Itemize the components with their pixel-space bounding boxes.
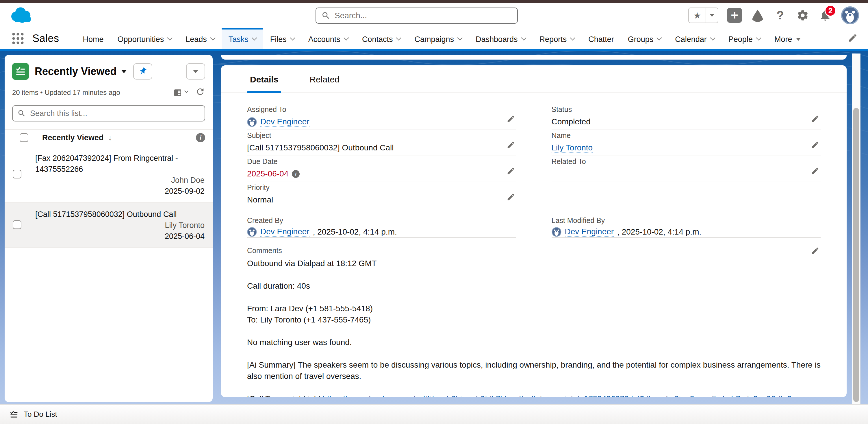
tab-related[interactable]: Related [307, 75, 342, 92]
edit-pencil-icon[interactable] [506, 193, 515, 202]
nav-tab-chatter[interactable]: Chatter [581, 28, 621, 49]
name-link[interactable]: Lily Toronto [552, 143, 593, 153]
nav-tab-dashboards[interactable]: Dashboards [469, 28, 532, 49]
app-nav-bar: Sales Home Opportunities Leads Tasks Fil… [0, 28, 868, 49]
app-launcher-icon[interactable] [11, 31, 25, 46]
row-related-name: Lily Toronto [160, 220, 205, 231]
row-checkbox[interactable] [13, 220, 21, 229]
setup-gear-icon[interactable] [796, 8, 810, 22]
chevron-down-icon[interactable] [396, 35, 401, 40]
nav-items: Home Opportunities Leads Tasks Files Acc… [76, 28, 808, 49]
caret-down-icon [796, 38, 801, 41]
pin-list-button[interactable] [133, 63, 152, 80]
notifications-bell-icon[interactable]: 2 [818, 8, 832, 22]
nav-tab-more[interactable]: More [768, 28, 808, 49]
modified-datetime: , 2025-10-02, 4:14 p.m. [617, 227, 701, 236]
edit-pencil-icon[interactable] [506, 115, 515, 124]
nav-tab-calendar[interactable]: Calendar [668, 28, 721, 49]
field-label: Name [552, 130, 821, 140]
comment-line: Outbound via Dialpad at 18:12 GMT [247, 258, 820, 269]
row-subject: [Call 5171537958060032] Outbound Call [35, 209, 177, 220]
chevron-down-icon[interactable] [290, 35, 295, 40]
list-item[interactable]: [Call 5171537958060032] Outbound Call Li… [5, 202, 213, 248]
nav-tab-groups[interactable]: Groups [621, 28, 668, 49]
field-due-date: Due Date 2025-06-04 i [247, 156, 516, 182]
global-search-input[interactable] [335, 11, 512, 20]
avatar [247, 227, 257, 237]
todo-list-button[interactable]: To Do List [0, 405, 66, 424]
row-checkbox[interactable] [13, 170, 21, 178]
edit-pencil-icon[interactable] [811, 247, 819, 256]
favorites-star-icon[interactable]: ★ [689, 8, 706, 23]
chevron-down-icon[interactable] [570, 35, 575, 40]
comment-line [247, 348, 820, 359]
todo-list-icon [9, 410, 19, 419]
record-detail-card: Details Related Assigned To Dev Engineer… [221, 65, 847, 397]
edit-pencil-icon[interactable] [506, 141, 515, 150]
nav-tab-opportunities[interactable]: Opportunities [111, 28, 179, 49]
edit-pencil-icon[interactable] [811, 167, 819, 176]
list-view-selector[interactable]: Recently Viewed [35, 65, 127, 78]
list-meta-text: 20 items • Updated 17 minutes ago [12, 88, 120, 96]
field-label: Assigned To [247, 104, 516, 114]
last-modified-by-link[interactable]: Dev Engineer [565, 227, 614, 237]
edit-nav-pencil-icon[interactable] [848, 33, 858, 44]
chevron-down-icon[interactable] [710, 35, 715, 40]
field-label: Status [552, 104, 821, 114]
overdue-info-icon[interactable]: i [292, 170, 300, 178]
help-icon[interactable]: ? [773, 8, 787, 22]
chevron-down-icon[interactable] [657, 35, 662, 40]
nav-tab-tasks[interactable]: Tasks [222, 28, 263, 49]
utility-bar: To Do List [0, 404, 868, 424]
chevron-down-icon[interactable] [756, 35, 761, 40]
display-table-icon [173, 88, 183, 97]
created-by-link[interactable]: Dev Engineer [260, 227, 309, 237]
nav-tab-leads[interactable]: Leads [179, 28, 222, 49]
edit-pencil-icon[interactable] [506, 167, 515, 176]
scrollbar-thumb[interactable] [853, 108, 859, 402]
call-transcript-link[interactable]: https://www.dropbox.com/scl/fi/eexb6hjcz… [322, 394, 792, 397]
refresh-button[interactable] [195, 87, 205, 98]
chevron-down-icon[interactable] [521, 35, 526, 40]
list-view-title: Recently Viewed [35, 65, 117, 78]
nav-tab-contacts[interactable]: Contacts [355, 28, 408, 49]
app-name: Sales [32, 32, 59, 45]
chevron-down-icon[interactable] [252, 35, 257, 40]
comment-line: No matching user was found. [247, 337, 820, 348]
chevron-down-icon[interactable] [210, 35, 215, 40]
list-actions-dropdown-button[interactable] [186, 63, 205, 80]
edit-pencil-icon[interactable] [811, 115, 819, 124]
nav-tab-accounts[interactable]: Accounts [301, 28, 355, 49]
field-label: Related To [552, 156, 821, 166]
nav-tab-reports[interactable]: Reports [532, 28, 582, 49]
favorites-button-group: ★ [688, 7, 718, 23]
select-all-checkbox[interactable] [20, 133, 28, 142]
field-label: Created By [247, 215, 516, 225]
list-search-input[interactable] [30, 109, 200, 118]
user-avatar[interactable] [841, 6, 859, 25]
favorites-caret-icon[interactable] [706, 8, 718, 23]
edit-pencil-icon[interactable] [811, 141, 819, 150]
nav-tab-people[interactable]: People [721, 28, 768, 49]
assigned-to-link[interactable]: Dev Engineer [260, 117, 309, 127]
caret-down-icon [121, 70, 127, 73]
chevron-down-icon[interactable] [344, 35, 349, 40]
global-actions-add-icon[interactable]: + [727, 8, 742, 23]
global-search [315, 7, 518, 24]
chevron-down-icon [184, 89, 188, 93]
nav-tab-files[interactable]: Files [263, 28, 301, 49]
nav-tab-home[interactable]: Home [76, 28, 111, 49]
tab-details[interactable]: Details [247, 75, 281, 92]
guidance-center-icon[interactable] [751, 8, 765, 22]
nav-tab-campaigns[interactable]: Campaigns [407, 28, 469, 49]
info-icon[interactable]: i [196, 133, 205, 142]
scrollbar-track[interactable] [852, 54, 861, 404]
due-date-value: 2025-06-04 [247, 169, 288, 178]
field-related-to: Related To [552, 156, 821, 182]
list-column-header[interactable]: Recently Viewed ↓ i [5, 129, 213, 146]
chevron-down-icon[interactable] [457, 35, 462, 40]
sort-descending-icon: ↓ [108, 133, 112, 142]
chevron-down-icon[interactable] [167, 35, 172, 40]
list-item[interactable]: [Fax 2062047392024] From Ringcentral - 1… [5, 146, 213, 202]
display-as-button[interactable] [173, 88, 188, 97]
